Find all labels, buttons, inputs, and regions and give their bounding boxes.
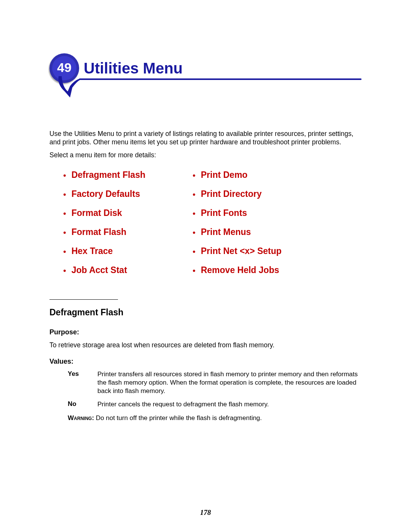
menu-link-print-demo[interactable]: Print Demo — [201, 170, 248, 181]
values-label: Values: — [49, 358, 362, 366]
warning-row: Warning: Do not turn off the printer whi… — [68, 414, 362, 422]
value-row-no: No Printer cancels the request to defrag… — [68, 400, 362, 409]
menu-link-remove-held-jobs[interactable]: Remove Held Jobs — [201, 265, 279, 276]
page-title: Utilities Menu — [84, 60, 183, 77]
menu-link-format-flash[interactable]: Format Flash — [72, 227, 126, 238]
section-divider — [49, 299, 118, 300]
purpose-label: Purpose: — [49, 328, 362, 336]
menu-link-defragment-flash[interactable]: Defragment Flash — [72, 170, 145, 181]
menu-item-columns: •Defragment Flash •Factory Defaults •For… — [63, 170, 362, 284]
bullet-icon: • — [193, 209, 196, 219]
page-number: 178 — [0, 508, 411, 517]
purpose-text: To retrieve storage area lost when resou… — [49, 341, 362, 349]
bullet-icon: • — [63, 247, 66, 257]
menu-link-job-acct-stat[interactable]: Job Acct Stat — [72, 265, 127, 276]
select-prompt: Select a menu item for more details: — [49, 151, 362, 159]
value-key: No — [68, 400, 97, 409]
menu-link-print-menus[interactable]: Print Menus — [201, 227, 251, 238]
intro-text: Use the Utilities Menu to print a variet… — [49, 129, 362, 147]
values-table: Yes Printer transfers all resources stor… — [68, 370, 362, 422]
value-desc: Printer cancels the request to defragmen… — [97, 400, 362, 409]
bullet-icon: • — [63, 228, 66, 238]
bullet-icon: • — [193, 190, 196, 200]
bullet-icon: • — [193, 247, 196, 257]
badge-tail-icon — [57, 76, 80, 97]
menu-link-hex-trace[interactable]: Hex Trace — [72, 246, 113, 257]
menu-column-right: •Print Demo •Print Directory •Print Font… — [193, 170, 322, 284]
bullet-icon: • — [63, 190, 66, 200]
bullet-icon: • — [63, 209, 66, 219]
bullet-icon: • — [193, 266, 196, 276]
defragment-flash-heading: Defragment Flash — [49, 307, 362, 318]
bullet-icon: • — [193, 228, 196, 238]
value-row-yes: Yes Printer transfers all resources stor… — [68, 370, 362, 395]
menu-link-print-directory[interactable]: Print Directory — [201, 189, 262, 200]
value-key: Yes — [68, 370, 97, 395]
menu-link-print-net-setup[interactable]: Print Net <x> Setup — [201, 246, 282, 257]
menu-link-factory-defaults[interactable]: Factory Defaults — [72, 189, 140, 200]
chapter-number: 49 — [54, 60, 75, 75]
menu-link-format-disk[interactable]: Format Disk — [72, 208, 122, 219]
warning-label: Warning: — [68, 414, 94, 422]
bullet-icon: • — [63, 171, 66, 181]
value-desc: Printer transfers all resources stored i… — [97, 370, 362, 395]
bullet-icon: • — [63, 266, 66, 276]
menu-link-print-fonts[interactable]: Print Fonts — [201, 208, 247, 219]
menu-column-left: •Defragment Flash •Factory Defaults •For… — [63, 170, 193, 284]
warning-text: Do not turn off the printer while the fl… — [94, 414, 262, 422]
chapter-header: 49 Utilities Menu — [49, 53, 362, 99]
title-underline — [79, 78, 362, 80]
bullet-icon: • — [193, 171, 196, 181]
